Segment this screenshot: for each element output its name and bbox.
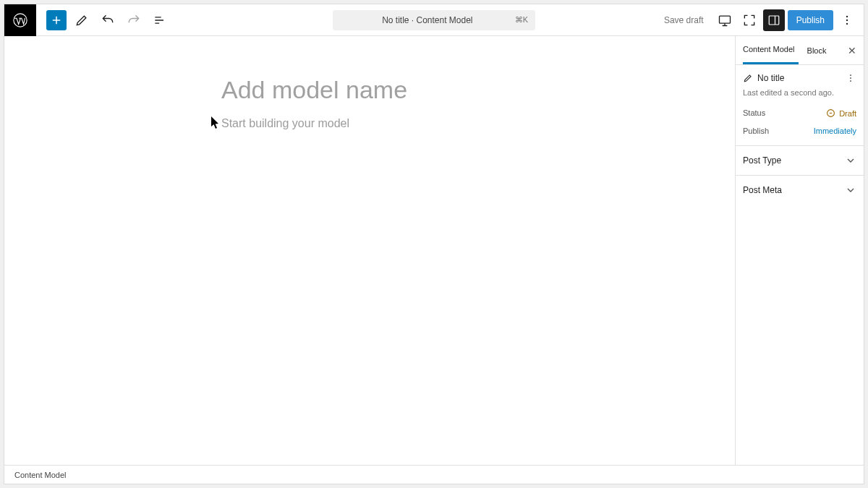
status-value[interactable]: Draft — [826, 108, 856, 118]
wordpress-icon — [12, 12, 28, 28]
sidebar-doc-title[interactable]: No title — [757, 73, 784, 83]
svg-point-8 — [850, 80, 851, 82]
section-post-meta[interactable]: Post Meta — [736, 175, 864, 205]
breadcrumb-bar: Content Model — [4, 465, 864, 484]
status-label: Status — [743, 108, 765, 118]
svg-point-4 — [846, 19, 848, 20]
close-icon: ✕ — [848, 45, 856, 56]
dots-vertical-icon — [840, 13, 854, 27]
wordpress-logo[interactable] — [4, 4, 36, 36]
document-outline-button[interactable] — [149, 9, 171, 31]
publish-button[interactable]: Publish — [788, 10, 833, 30]
mouse-cursor-icon — [210, 116, 221, 130]
chevron-down-icon — [845, 184, 856, 196]
sidebar-doc-header: No title — [736, 65, 864, 88]
expand-icon — [742, 13, 757, 27]
plus-icon — [50, 14, 63, 27]
svg-rect-2 — [769, 16, 779, 25]
settings-sidebar-toggle[interactable] — [763, 9, 785, 31]
topbar: No title · Content Model ⌘K Save draft P… — [4, 4, 864, 36]
sidebar-tabs: Content Model Block ✕ — [736, 36, 864, 65]
svg-point-7 — [850, 77, 851, 79]
topbar-left — [4, 4, 171, 35]
more-options-button[interactable] — [836, 9, 858, 31]
svg-rect-1 — [719, 16, 730, 23]
document-title-bar: No title · Content Model — [340, 15, 515, 25]
app-window: No title · Content Model ⌘K Save draft P… — [4, 4, 864, 484]
command-shortcut: ⌘K — [515, 15, 528, 25]
draft-status-icon — [826, 108, 835, 118]
edit-mode-button[interactable] — [71, 9, 93, 31]
tab-content-model[interactable]: Content Model — [743, 36, 799, 64]
topbar-right: Save draft Publish — [657, 9, 864, 31]
pencil-icon — [743, 73, 753, 83]
last-edited-text: Last edited a second ago. — [736, 88, 864, 104]
desktop-icon — [718, 13, 732, 27]
redo-icon — [127, 13, 141, 27]
undo-icon — [101, 13, 115, 27]
chevron-down-icon — [845, 155, 856, 166]
publish-label: Publish — [743, 127, 769, 135]
main: Add model name Start building your model… — [4, 36, 864, 465]
dots-vertical-icon — [845, 71, 856, 85]
svg-point-6 — [850, 74, 851, 76]
command-bar[interactable]: No title · Content Model ⌘K — [333, 10, 535, 30]
add-block-button[interactable] — [46, 10, 67, 30]
undo-button[interactable] — [97, 9, 119, 31]
content-input[interactable]: Start building your model — [221, 117, 728, 130]
settings-sidebar: Content Model Block ✕ No title Last edit… — [735, 36, 864, 465]
breadcrumb[interactable]: Content Model — [14, 471, 67, 479]
tab-block[interactable]: Block — [807, 36, 830, 64]
svg-point-3 — [846, 15, 848, 17]
publish-row: Publish Immediately — [736, 122, 864, 145]
sidebar-doc-actions[interactable] — [845, 72, 856, 84]
redo-button[interactable] — [123, 9, 145, 31]
fullscreen-button[interactable] — [739, 9, 760, 31]
sidebar-icon — [767, 14, 780, 27]
status-row: Status Draft — [736, 104, 864, 122]
view-desktop-button[interactable] — [714, 9, 736, 31]
pencil-icon — [75, 13, 89, 27]
section-post-type[interactable]: Post Type — [736, 145, 864, 175]
title-input[interactable]: Add model name — [221, 76, 728, 104]
svg-point-5 — [846, 22, 848, 24]
editor-canvas[interactable]: Add model name Start building your model — [4, 36, 735, 465]
list-icon — [153, 13, 167, 27]
publish-value[interactable]: Immediately — [814, 127, 856, 135]
save-draft-button[interactable]: Save draft — [657, 11, 711, 30]
sidebar-close-button[interactable]: ✕ — [843, 42, 861, 59]
